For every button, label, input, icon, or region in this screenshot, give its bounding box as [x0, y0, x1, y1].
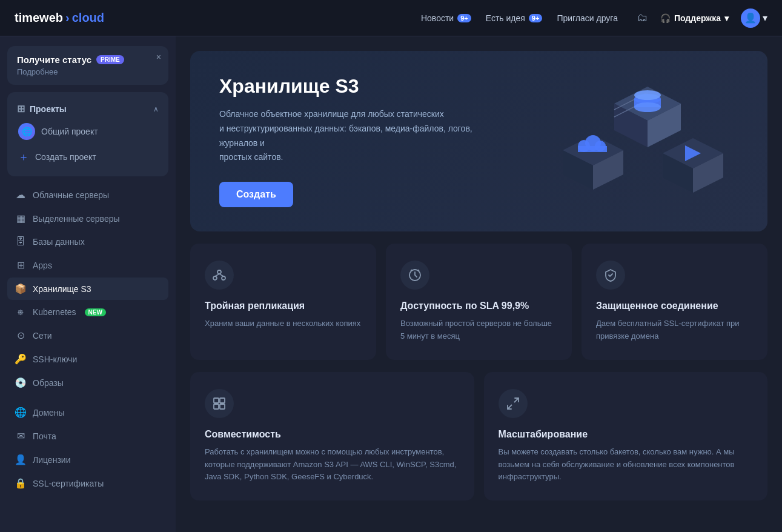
ssl-title: Защищенное соединение: [596, 301, 753, 311]
projects-header[interactable]: ⊞ Проекты ∧: [12, 99, 164, 118]
sidebar-item-dedicated-servers[interactable]: ▦ Выделенные серверы: [7, 207, 168, 230]
licenses-icon: 👤: [15, 454, 27, 465]
databases-icon: 🗄: [15, 236, 27, 247]
svg-rect-29: [220, 404, 225, 409]
logo-cloud: cloud: [72, 11, 104, 25]
hero-illustration: [557, 81, 738, 202]
svg-point-7: [634, 102, 661, 112]
dedicated-servers-icon: ▦: [15, 213, 27, 224]
sidebar-item-general-project[interactable]: 🌐 Общий проект: [12, 118, 164, 145]
sidebar-item-cloud-servers[interactable]: ☁ Облачные серверы: [7, 184, 168, 206]
scale-desc: Вы можете создавать столько бакетов, ско…: [499, 446, 754, 484]
sidebar-item-kubernetes[interactable]: ⎈ Kubernetes NEW: [7, 301, 168, 323]
compat-icon: [212, 396, 227, 411]
svg-line-23: [215, 274, 219, 276]
ssh-icon: 🔑: [15, 353, 27, 365]
support-button[interactable]: 🎧 Поддержка ▾: [660, 13, 729, 23]
replication-icon: [212, 268, 227, 282]
svg-rect-15: [578, 146, 607, 152]
svg-rect-26: [214, 398, 219, 403]
feature-card-scale: Масштабирование Вы можете создавать стол…: [484, 372, 768, 500]
folder-icon[interactable]: 🗂: [637, 12, 648, 24]
user-chevron-icon: ▾: [763, 12, 767, 24]
sidebar-item-domains[interactable]: 🌐 Домены: [7, 401, 168, 424]
images-icon: 💿: [15, 377, 27, 388]
sidebar-item-licenses[interactable]: 👤 Лицензии: [7, 448, 168, 471]
logo[interactable]: timeweb›cloud: [15, 11, 104, 25]
scale-icon-wrap: [499, 389, 528, 418]
ssl-desc: Даем бесплатный SSL-сертификат при привя…: [596, 318, 753, 343]
compat-title: Совместимость: [205, 429, 460, 440]
support-label: Поддержка: [674, 13, 721, 23]
apps-icon: ⊞: [15, 259, 27, 271]
main-content: Хранилище S3 Облачное объектное хранилищ…: [176, 36, 782, 532]
feature-card-ssl: Защищенное соединение Даем бесплатный SS…: [582, 244, 767, 360]
avatar: 👤: [741, 8, 760, 28]
create-button[interactable]: Создать: [219, 182, 293, 207]
projects-icon: ⊞: [17, 103, 25, 115]
networks-icon: ⊙: [15, 330, 27, 341]
main-layout: × Получите статус PRIME Подробнее ⊞ Прое…: [0, 36, 782, 532]
sidebar-item-mail[interactable]: ✉ Почта: [7, 425, 168, 447]
nav-section-1: ☁ Облачные серверы ▦ Выделенные серверы …: [7, 184, 168, 394]
hero-card: Хранилище S3 Облачное объектное хранилищ…: [190, 51, 767, 231]
general-project-icon: 🌐: [18, 123, 35, 140]
logo-arrow: ›: [65, 11, 70, 25]
kubernetes-icon: ⎈: [15, 307, 27, 318]
nav-invite-label: Пригласи друга: [557, 13, 618, 23]
svg-point-8: [634, 90, 661, 100]
sidebar-item-databases[interactable]: 🗄 Базы данных: [7, 231, 168, 253]
ssl-icon-wrap: [596, 261, 625, 290]
svg-point-21: [213, 276, 217, 280]
sla-icon: [408, 268, 422, 282]
compat-icon-wrap: [205, 389, 234, 418]
nav-invite[interactable]: Пригласи друга: [557, 13, 618, 23]
feature-card-replication: Тройная репликация Храним ваши данные в …: [190, 244, 376, 360]
projects-section: ⊞ Проекты ∧ 🌐 Общий проект ＋ Создать про…: [7, 92, 168, 176]
cloud-servers-icon: ☁: [15, 189, 27, 201]
svg-line-24: [219, 274, 224, 276]
nav-idea[interactable]: Есть идея 9+: [486, 13, 543, 23]
svg-line-30: [514, 398, 519, 402]
mail-icon: ✉: [15, 430, 27, 442]
feature-card-compat: Совместимость Работать с хранилищем можн…: [190, 372, 474, 500]
user-menu-button[interactable]: 👤 ▾: [741, 8, 767, 28]
nav-idea-label: Есть идея: [486, 13, 525, 23]
hero-title: Хранилище S3: [219, 75, 474, 98]
header: timeweb›cloud Новости 9+ Есть идея 9+ Пр…: [0, 0, 782, 36]
hero-text: Хранилище S3 Облачное объектное хранилищ…: [219, 75, 474, 207]
prime-title: Получите статус PRIME: [17, 55, 159, 65]
nav-section-2: 🌐 Домены ✉ Почта 👤 Лицензии 🔒 SSL-сертиф…: [7, 401, 168, 494]
sidebar-item-s3[interactable]: 📦 Хранилище S3: [7, 278, 168, 300]
nav-news[interactable]: Новости 9+: [421, 13, 471, 23]
projects-title: ⊞ Проекты: [17, 103, 67, 115]
prime-badge: PRIME: [96, 55, 124, 64]
logo-timeweb: timeweb: [15, 11, 63, 25]
sidebar-item-ssl[interactable]: 🔒 SSL-сертификаты: [7, 472, 168, 494]
sla-icon-wrap: [400, 261, 429, 290]
s3-illustration: [557, 81, 738, 202]
replication-desc: Храним ваши данные в нескольких копиях: [205, 318, 362, 330]
hero-desc: Облачное объектное хранилище для любых с…: [219, 107, 474, 165]
projects-chevron-icon: ∧: [153, 105, 159, 113]
sidebar-item-create-project[interactable]: ＋ Создать проект: [12, 145, 164, 169]
scale-title: Масштабирование: [499, 429, 754, 440]
prime-subtitle[interactable]: Подробнее: [17, 67, 159, 76]
sidebar-item-networks[interactable]: ⊙ Сети: [7, 324, 168, 347]
prime-close-button[interactable]: ×: [156, 52, 161, 62]
svg-rect-28: [214, 404, 219, 409]
sla-desc: Возможный простой серверов не больше 5 м…: [400, 318, 557, 343]
nav-news-label: Новости: [421, 13, 454, 23]
replication-icon-wrap: [205, 261, 234, 290]
compat-desc: Работать с хранилищем можно с помощью лю…: [205, 446, 460, 484]
features-row-2: Совместимость Работать с хранилищем можн…: [190, 372, 767, 500]
svg-line-31: [508, 405, 512, 409]
sidebar-item-ssh-keys[interactable]: 🔑 SSH-ключи: [7, 348, 168, 370]
nav-idea-badge: 9+: [529, 14, 543, 22]
sidebar-item-apps[interactable]: ⊞ Apps: [7, 254, 168, 276]
svg-rect-27: [220, 398, 225, 403]
sidebar-item-images[interactable]: 💿 Образы: [7, 371, 168, 394]
header-nav: Новости 9+ Есть идея 9+ Пригласи друга: [421, 13, 618, 23]
scale-icon: [506, 396, 520, 411]
support-chevron-icon: ▾: [724, 13, 729, 23]
